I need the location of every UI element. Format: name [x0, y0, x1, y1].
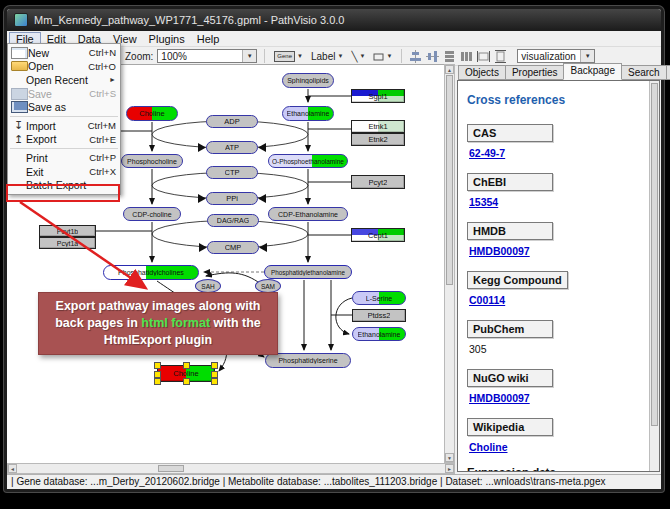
chevron-down-icon[interactable]: ▼: [580, 50, 594, 62]
window-title: Mm_Kennedy_pathway_WP1771_45176.gpml - P…: [34, 14, 344, 26]
node-ethanolamine-top[interactable]: Ethanolamine: [282, 106, 334, 121]
node-ppi[interactable]: PPi: [206, 192, 258, 205]
tab-search[interactable]: Search: [621, 65, 667, 80]
menu-plugins[interactable]: Plugins: [143, 32, 191, 46]
selection-handle[interactable]: [211, 371, 218, 378]
node-phosphocholine[interactable]: Phosphocholine: [121, 154, 183, 168]
xref-link[interactable]: C00114: [469, 294, 645, 306]
menu-item-shortcut: Ctrl+M: [88, 120, 116, 131]
menu-help[interactable]: Help: [191, 32, 226, 46]
menu-item-import[interactable]: ImportCtrl+M: [8, 119, 120, 133]
menu-item-save[interactable]: SaveCtrl+S: [8, 87, 120, 101]
visualization-combobox[interactable]: visualization ▼: [517, 49, 595, 63]
tab-properties[interactable]: Properties: [505, 65, 565, 80]
node-cmp[interactable]: CMP: [207, 241, 259, 254]
menu-item-label: Open Recent: [26, 74, 105, 86]
menu-item-open[interactable]: OpenCtrl+O: [8, 60, 120, 74]
node-etnk1[interactable]: Etnk1: [351, 120, 405, 133]
xref-section: Kegg CompoundC00114: [467, 270, 645, 306]
node-sphingolipids[interactable]: Sphingolipids: [282, 73, 334, 88]
tab-objects[interactable]: Objects: [458, 65, 506, 80]
xref-section: CAS62-49-7: [467, 123, 645, 159]
node-ethanolamine-bottom[interactable]: Ethanolamine: [352, 327, 406, 341]
match-width-button[interactable]: [477, 50, 490, 63]
node-phosphatidylserine[interactable]: Phosphatidylserine: [265, 353, 351, 368]
scroll-right-icon[interactable]: ►: [445, 464, 454, 473]
match-height-button[interactable]: [494, 50, 507, 63]
scroll-left-icon[interactable]: ◄: [8, 464, 17, 473]
node-cdp-ethanolamine[interactable]: CDP-Ethanolamine: [268, 207, 348, 221]
label-tool-button[interactable]: Label ▼: [309, 49, 345, 64]
node-pcyt2[interactable]: Pcyt2: [351, 175, 405, 189]
xref-link[interactable]: 15354: [469, 196, 645, 208]
node-adp[interactable]: ADP: [206, 115, 258, 128]
node-sam[interactable]: SAM: [255, 279, 281, 293]
node-ptdss2[interactable]: Ptdss2: [352, 309, 406, 322]
node-atp[interactable]: ATP: [206, 141, 258, 154]
scrollbar-thumb[interactable]: [651, 83, 658, 426]
menu-item-export[interactable]: ExportCtrl+E: [8, 133, 120, 147]
menu-item-label: Exit: [26, 166, 85, 178]
selection-handle[interactable]: [183, 362, 190, 369]
chevron-down-icon[interactable]: ▼: [386, 53, 392, 59]
node-sgpl1[interactable]: Sgpl1: [351, 89, 405, 103]
menu-item-exit[interactable]: ExitCtrl+X: [8, 165, 120, 179]
scrollbar-thumb[interactable]: [158, 465, 184, 472]
node-label: CMP: [225, 243, 242, 252]
selection-handle[interactable]: [211, 362, 218, 369]
node-label: Pcyt1b: [57, 228, 78, 235]
xref-link[interactable]: HMDB00097: [469, 245, 645, 257]
selection-handle[interactable]: [154, 371, 161, 378]
menu-item-open-recent[interactable]: Open Recent►: [8, 73, 120, 87]
chevron-down-icon[interactable]: ▼: [337, 53, 343, 59]
node-o-phosphoethanolamine[interactable]: O-Phosphoethanolamine: [268, 154, 348, 168]
node-l-serine[interactable]: L-Serine: [352, 291, 406, 305]
node-ctp[interactable]: CTP: [206, 166, 258, 179]
chevron-down-icon[interactable]: ▼: [242, 50, 256, 62]
node-phosphatidylcholines[interactable]: Phosphatidylcholines: [103, 265, 199, 280]
menu-item-new[interactable]: NewCtrl+N: [8, 46, 120, 60]
menu-item-print[interactable]: PrintCtrl+P: [8, 151, 120, 165]
scrollbar-thumb[interactable]: [446, 75, 453, 285]
node-pcyt1b[interactable]: Pcyt1b: [39, 225, 96, 237]
node-label: Choline: [173, 369, 198, 378]
node-sah[interactable]: SAH: [195, 279, 221, 293]
menu-item-save-as[interactable]: Save as: [8, 100, 120, 114]
selection-handle[interactable]: [183, 378, 190, 385]
canvas-vertical-scrollbar[interactable]: ▲ ▼: [444, 64, 455, 463]
node-label: CDP-Ethanolamine: [278, 211, 338, 218]
node-etnk2[interactable]: Etnk2: [351, 133, 405, 146]
chevron-down-icon[interactable]: ▼: [359, 53, 365, 59]
shape-tool-button[interactable]: ▼: [371, 49, 394, 64]
node-choline-top[interactable]: Choline: [126, 106, 178, 121]
datanode-tool-button[interactable]: Gene ▼: [272, 49, 305, 64]
node-pcyt1a[interactable]: Pcyt1a: [39, 237, 96, 249]
align-center-horizontal-button[interactable]: [409, 50, 422, 63]
line-tool-button[interactable]: ╲ ▼: [349, 49, 367, 64]
node-dag[interactable]: DAG/RAG: [207, 214, 259, 227]
title-bar[interactable]: Mm_Kennedy_pathway_WP1771_45176.gpml - P…: [7, 9, 661, 31]
xref-link[interactable]: 62-49-7: [469, 147, 645, 159]
scroll-up-icon[interactable]: ▲: [445, 65, 454, 74]
node-phosphatidylethanolamine[interactable]: Phosphatidylethanolamine: [264, 265, 352, 279]
align-center-vertical-button[interactable]: [426, 50, 439, 63]
canvas-horizontal-scrollbar[interactable]: ◄ ►: [7, 463, 455, 474]
xref-link[interactable]: HMDB00097: [469, 392, 645, 404]
node-choline-selected[interactable]: Choline: [157, 365, 215, 382]
selection-handle[interactable]: [154, 362, 161, 369]
stack-vertical-button[interactable]: [443, 50, 456, 63]
menu-item-label: Print: [26, 152, 85, 164]
tab-legend[interactable]: Legend: [666, 65, 670, 80]
chevron-down-icon[interactable]: ▼: [297, 53, 303, 59]
xref-link[interactable]: Choline: [469, 441, 645, 453]
sidebar-scrollbar[interactable]: [649, 81, 659, 471]
tab-backpage[interactable]: Backpage: [563, 63, 621, 80]
node-cept1[interactable]: Cept1: [351, 228, 405, 242]
node-label: Cept1: [368, 231, 388, 240]
node-cdp-choline[interactable]: CDP-choline: [123, 207, 181, 221]
selection-handle[interactable]: [211, 378, 218, 385]
selection-handle[interactable]: [154, 378, 161, 385]
stack-horizontal-button[interactable]: [460, 50, 473, 63]
zoom-combobox[interactable]: 100% ▼: [157, 49, 257, 63]
scroll-down-icon[interactable]: ▼: [445, 453, 454, 462]
